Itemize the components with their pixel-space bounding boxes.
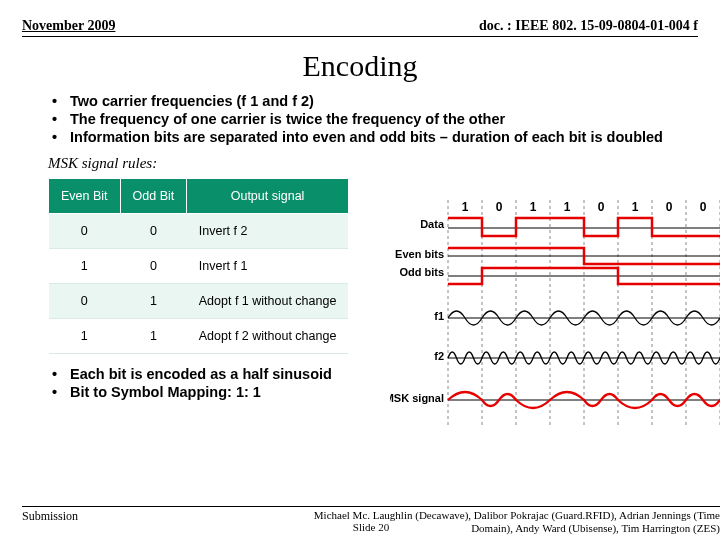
- header-date: November 2009: [22, 18, 115, 34]
- bit-label: 1: [564, 200, 571, 214]
- row-label: f1: [434, 310, 444, 322]
- slide-header: November 2009 doc. : IEEE 802. 15-09-080…: [22, 18, 698, 37]
- msk-rules-table: Even Bit Odd Bit Output signal 0 0 Inver…: [48, 178, 349, 354]
- msk-rules-label: MSK signal rules:: [48, 155, 698, 172]
- cell: 1: [49, 319, 121, 354]
- bit-label: 1: [530, 200, 537, 214]
- cell: 1: [49, 249, 121, 284]
- footer-slide-number: Slide 20: [353, 521, 389, 533]
- table-row: 1 0 Invert f 1: [49, 249, 349, 284]
- bullets-top: Two carrier frequencies (f 1 and f 2) Th…: [32, 93, 698, 145]
- cell: Invert f 2: [187, 214, 349, 249]
- cell: 1: [120, 284, 187, 319]
- row-label: f2: [434, 350, 444, 362]
- col-output: Output signal: [187, 179, 349, 214]
- cell: 0: [120, 214, 187, 249]
- bit-label: 0: [598, 200, 605, 214]
- data-wave: [448, 218, 720, 236]
- bit-label: 1: [462, 200, 469, 214]
- table-row: 0 1 Adopt f 1 without change: [49, 284, 349, 319]
- cell: 0: [49, 214, 121, 249]
- bit-label: 0: [700, 200, 707, 214]
- bullet-item: Two carrier frequencies (f 1 and f 2): [52, 93, 698, 109]
- slide-footer: Submission Slide 20 Michael Mc. Laughlin…: [22, 506, 720, 537]
- cell: Adopt f 2 without change: [187, 319, 349, 354]
- cell: 1: [120, 319, 187, 354]
- table-row: 0 0 Invert f 2: [49, 214, 349, 249]
- row-label: Data: [420, 218, 445, 230]
- cell: 0: [49, 284, 121, 319]
- col-even: Even Bit: [49, 179, 121, 214]
- bullet-item: The frequency of one carrier is twice th…: [52, 111, 698, 127]
- header-doc: doc. : IEEE 802. 15-09-0804-01-004 f: [479, 18, 698, 34]
- bit-label: 0: [666, 200, 673, 214]
- bullet-item: Information bits are separated into even…: [52, 129, 698, 145]
- footer-authors: Michael Mc. Laughlin (Decawave), Dalibor…: [280, 509, 720, 537]
- cell: 0: [120, 249, 187, 284]
- row-label: MSK signal: [390, 392, 444, 404]
- row-label: Odd bits: [399, 266, 444, 278]
- bit-label: 0: [496, 200, 503, 214]
- slide-title: Encoding: [22, 49, 698, 83]
- table-row: 1 1 Adopt f 2 without change: [49, 319, 349, 354]
- bit-label: 1: [632, 200, 639, 214]
- cell: Adopt f 1 without change: [187, 284, 349, 319]
- col-odd: Odd Bit: [120, 179, 187, 214]
- cell: Invert f 1: [187, 249, 349, 284]
- row-label: Even bits: [395, 248, 444, 260]
- footer-submission: Submission: [22, 509, 78, 537]
- msk-timing-diagram: 1 0 1 1 0 1 0 0 Data Even bits Odd bits …: [390, 200, 720, 425]
